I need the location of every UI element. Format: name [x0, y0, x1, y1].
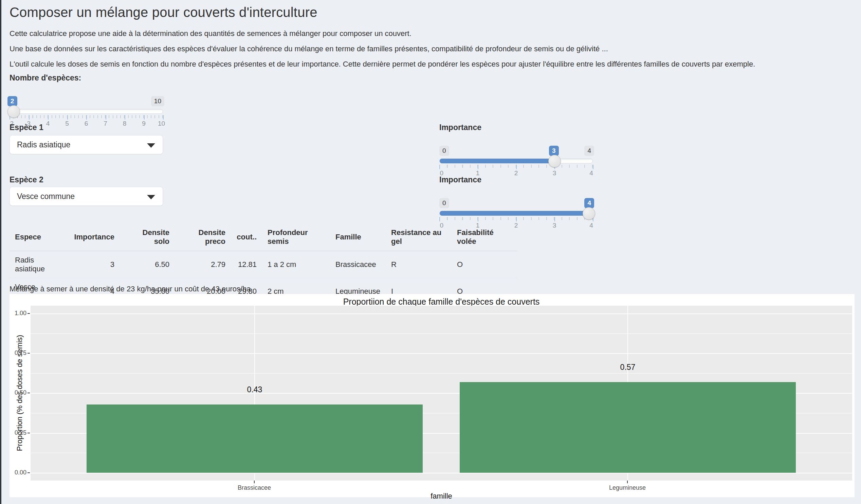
slider-fill: [440, 159, 555, 163]
x-tick-label: Brassicacee: [203, 484, 305, 491]
tick-label: 3: [553, 222, 557, 229]
tick-label: 4: [589, 222, 593, 229]
col-famille: Famille: [330, 225, 386, 251]
importance-2-label: Importance: [439, 175, 593, 185]
species-1-selected-value: Radis asiatique: [17, 140, 70, 149]
slider-handle[interactable]: [8, 105, 20, 118]
species-2-label: Espèce 2: [10, 175, 43, 185]
slider-handle[interactable]: [548, 155, 561, 167]
chart-title: Proportiion de chaque famille d'espèces …: [30, 297, 852, 307]
species-1-select[interactable]: Radis asiatique: [10, 135, 163, 154]
intro-paragraph-3: L'outil calcule les doses de semis en fo…: [10, 60, 755, 69]
chart-plot-area: 0.43 0.57: [30, 306, 852, 480]
y-tick-label: 0.25: [10, 429, 27, 436]
importance-2-track-zone[interactable]: 0 4 0 1 2 3 4: [439, 187, 593, 229]
species-2-select[interactable]: Vesce commune: [10, 187, 163, 206]
slider-value-badge: 3: [549, 146, 559, 156]
slider-max-badge: 4: [584, 146, 594, 156]
importance-1-label: Importance: [439, 123, 593, 132]
intro-paragraph-2: Une base de données sur les caractéristi…: [10, 44, 608, 53]
intro-paragraph-1: Cette calculatrice propose une aide à la…: [10, 29, 411, 38]
slider-track[interactable]: [10, 109, 163, 114]
table-header-row: Espece Importance Densite solo Densite p…: [10, 225, 517, 251]
table-row: Radis asiatique 3 6.50 2.79 12.81 1 a 2 …: [10, 251, 517, 278]
col-densite-solo: Densite solo: [120, 225, 175, 251]
col-resistance-gel: Resistance au gel: [386, 225, 452, 251]
bar-value-label: 0.57: [607, 363, 648, 372]
slider-value-badge: 4: [584, 198, 594, 208]
tick-label: 7: [104, 120, 107, 127]
importance-1-track-zone[interactable]: 0 3 4 0 1 2 3 4: [439, 134, 593, 177]
slider-min-badge: 0: [439, 146, 449, 156]
slider-grid: [439, 165, 593, 169]
species-count-track-zone[interactable]: 2 10 2 3 4 5 6 7 8 9 10: [10, 84, 163, 127]
tick-label: 4: [46, 120, 50, 127]
col-cout: cout..: [231, 225, 262, 251]
bar-value-label: 0.43: [234, 385, 275, 394]
caret-down-icon: [147, 195, 155, 199]
tick-label: 5: [65, 120, 69, 127]
importance-2-slider: Importance 0 4 0 1 2 3 4: [439, 175, 593, 229]
y-tick-label: 0.75: [10, 350, 27, 357]
slider-max-badge: 10: [151, 96, 164, 106]
x-axis-title: famille: [30, 492, 852, 501]
col-densite-preco: Densite preco: [175, 225, 231, 251]
slider-fill: [440, 211, 590, 216]
tick-label: 6: [84, 120, 88, 127]
y-tick-label: 0.00: [10, 469, 27, 476]
slider-grid: [10, 115, 163, 120]
y-tick-label: 1.00: [10, 310, 27, 317]
col-profondeur-semis: Profondeur semis: [262, 225, 330, 251]
species-2-selected-value: Vesce commune: [17, 192, 75, 201]
caret-down-icon: [147, 143, 155, 148]
y-tick-label: 0.50: [10, 389, 27, 396]
tick-label: 8: [123, 120, 127, 127]
species-count-slider: Nombre d'espèces: 2 10 2 3 4 5 6 7 8 9 1…: [10, 73, 163, 127]
col-faisabilite-volee: Faisabilité volée: [452, 225, 517, 251]
species-count-label: Nombre d'espèces:: [10, 73, 163, 83]
x-tick-label: Legumineuse: [576, 484, 678, 491]
mix-summary-text: Mélange à semer à une densité de 23 kg/h…: [10, 285, 251, 294]
bar-brassicacee: [86, 405, 423, 473]
col-espece: Espece: [10, 225, 67, 251]
importance-1-slider: Importance 0 3 4 0 1 2 3 4: [439, 123, 593, 177]
col-importance: Importance: [67, 225, 120, 251]
species-1-label: Espèce 1: [10, 123, 43, 132]
tick-label: 10: [158, 120, 165, 127]
bar-legumineuse: [460, 382, 796, 473]
slider-handle[interactable]: [583, 207, 595, 220]
slider-grid: [439, 217, 593, 222]
page-title: Composer un mélange pour couverts d'inte…: [10, 5, 317, 20]
tick-label: 9: [142, 120, 146, 127]
slider-value-badge: 2: [8, 96, 17, 106]
proportion-chart: Proportiion de chaque famille d'espèces …: [10, 294, 855, 497]
slider-min-badge: 0: [439, 198, 449, 208]
